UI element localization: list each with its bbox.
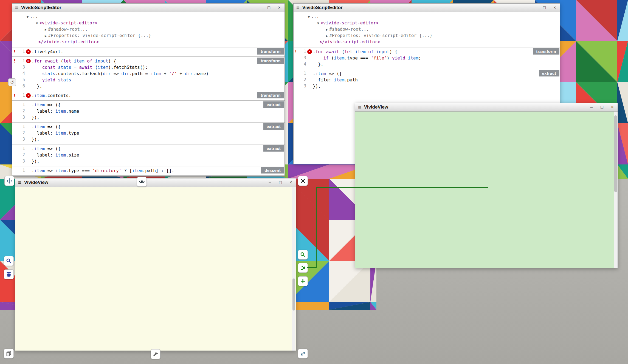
script-section-transform[interactable]: transform!1×.for await (let item of inpu…: [12, 56, 285, 91]
code-line[interactable]: }.: [32, 83, 42, 89]
tree-collapsed-icon[interactable]: ▶: [45, 34, 47, 38]
scrollbar-thumb[interactable]: [614, 115, 617, 192]
maximize-button[interactable]: □: [599, 105, 604, 109]
copy-icon[interactable]: [4, 349, 14, 359]
tree-expanded-icon[interactable]: ▼: [317, 21, 319, 25]
close-button[interactable]: ×: [610, 105, 615, 109]
tree-properties-row[interactable]: ▶#Properties: vivide-script-editor {...}: [12, 33, 285, 39]
script-section-extract[interactable]: extract1.item => ({2 label: item.size3})…: [12, 144, 285, 166]
maximize-button[interactable]: □: [266, 5, 271, 10]
script-section-extract[interactable]: extract1.item => ({2 label: item.type3})…: [12, 122, 285, 144]
code-line[interactable]: .item => ({: [32, 124, 61, 130]
script-section-extract[interactable]: extract1.item => ({2 label: item.name3})…: [12, 100, 285, 122]
code-row: 2 label: item.size: [12, 152, 285, 158]
window-vivide-script-editor-left[interactable]: ≡ VivideScriptEditor – □ × ▼... ▼<vivide…: [12, 3, 285, 177]
code-line[interactable]: const stats = await (item).fetchStats();: [32, 64, 148, 70]
code-line[interactable]: label: item.type: [32, 130, 79, 136]
script-section-transform[interactable]: transform!1×.lively4url.: [12, 47, 285, 56]
tree-collapsed-icon[interactable]: ▶: [45, 28, 47, 32]
maximize-button[interactable]: □: [278, 180, 283, 185]
tree-properties-row[interactable]: ▶#Properties: vivide-script-editor {...}: [294, 33, 560, 39]
code-line[interactable]: if (item.type === 'file') yield item;: [313, 55, 421, 61]
script-sections[interactable]: transform!1×.lively4url.transform!1×.for…: [12, 47, 285, 176]
script-editor-body[interactable]: ▼... ▼<vivide-script-editor> ▶#shadow-ro…: [12, 12, 285, 176]
code-line[interactable]: .item => ({: [32, 146, 61, 152]
code-line[interactable]: file: item.path: [313, 77, 358, 83]
code-line[interactable]: yield stats: [32, 77, 71, 83]
tree-shadow-root-row[interactable]: ▶#shadow-root...: [12, 26, 285, 33]
minimize-button[interactable]: –: [256, 5, 261, 10]
code-line[interactable]: stats.contents.forEach(dir => dir.path =…: [32, 70, 209, 77]
window-vivide-view-files[interactable]: ≡ VivideView – □ ×: [15, 178, 296, 351]
script-section-descent[interactable]: descent1.item => item.type === 'director…: [12, 166, 285, 175]
tree-close-tag-row[interactable]: </vivide-script-editor>: [294, 39, 560, 45]
file-list-body[interactable]: [15, 187, 296, 351]
code-line[interactable]: .item.contents.: [32, 92, 71, 99]
close-button[interactable]: ×: [277, 5, 282, 10]
tree-shadow-root-row[interactable]: ▶#shadow-root...: [294, 26, 560, 33]
minimize-button[interactable]: –: [267, 180, 272, 185]
wrench-icon[interactable]: [151, 349, 160, 359]
connect-target-icon[interactable]: [298, 263, 308, 273]
tree-open-tag-row[interactable]: ▼<vivide-script-editor>: [12, 20, 285, 26]
hamburger-menu-icon[interactable]: ≡: [18, 180, 21, 185]
script-sections[interactable]: transform!1×.for await (let item of inpu…: [294, 47, 560, 91]
tree-collapsed-icon[interactable]: ▶: [326, 34, 328, 38]
tree-close-tag-row[interactable]: </vivide-script-editor>: [12, 39, 285, 45]
code-line[interactable]: .for await (let item of input) {: [313, 49, 397, 55]
tree-close-tag: </vivide-script-editor>: [38, 39, 99, 44]
scrollbar[interactable]: [614, 112, 618, 268]
data-source-icon[interactable]: [4, 269, 14, 279]
search-icon[interactable]: [4, 256, 14, 266]
close-button[interactable]: ×: [288, 180, 293, 185]
script-section-transform[interactable]: transform!1×.for await (let item of inpu…: [294, 47, 560, 69]
scrollbar-thumb[interactable]: [292, 278, 295, 311]
minimize-button[interactable]: –: [589, 105, 594, 109]
window-vivide-view-code[interactable]: ≡ VivideView – □ ×: [355, 103, 618, 268]
titlebar[interactable]: ≡ VivideScriptEditor – □ ×: [12, 4, 285, 12]
code-line[interactable]: .item => ({: [32, 102, 61, 108]
tree-root-row[interactable]: ▼...: [294, 14, 560, 20]
code-line[interactable]: }).: [32, 136, 40, 143]
code-line[interactable]: label: item.name: [32, 108, 79, 114]
eye-icon[interactable]: [137, 177, 147, 187]
hamburger-menu-icon[interactable]: ≡: [15, 5, 18, 10]
tree-expanded-icon[interactable]: ▼: [36, 21, 38, 25]
code-line[interactable]: label: item.size: [32, 152, 79, 158]
scrollbar[interactable]: [292, 187, 295, 351]
script-section-transform[interactable]: transform!1×.item.contents.: [12, 91, 285, 100]
titlebar[interactable]: ≡ VivideView – □ ×: [355, 103, 618, 112]
titlebar[interactable]: ≡ VivideView – □ ×: [15, 178, 296, 187]
code-line[interactable]: }).: [32, 158, 40, 164]
tree-collapsed-icon[interactable]: ▶: [326, 28, 328, 32]
code-line[interactable]: .for await (let item of input) {: [32, 58, 116, 64]
maximize-button[interactable]: □: [542, 5, 547, 10]
undo-icon[interactable]: ↺: [8, 78, 16, 86]
tree-root-row[interactable]: ▼...: [12, 14, 285, 20]
code-line[interactable]: }).: [32, 114, 40, 121]
code-line[interactable]: }.: [313, 61, 323, 67]
code-line[interactable]: .item => ({: [313, 70, 342, 77]
gutter: 2: [294, 77, 313, 83]
stage-label-transform: transform: [257, 48, 284, 55]
close-halo-icon[interactable]: [298, 176, 308, 186]
close-button[interactable]: ×: [552, 5, 557, 10]
script-section-extract[interactable]: extract1.item => ({2 file: item.path3}).: [294, 69, 560, 91]
tree-open-tag-row[interactable]: ▼<vivide-script-editor>: [294, 20, 560, 26]
hamburger-menu-icon[interactable]: ≡: [296, 5, 300, 10]
move-icon[interactable]: [4, 176, 14, 186]
resize-icon[interactable]: [298, 349, 308, 359]
code-line[interactable]: }).: [313, 83, 321, 89]
hamburger-menu-icon[interactable]: ≡: [358, 104, 361, 110]
tree-expanded-icon[interactable]: ▼: [27, 15, 29, 19]
code-line[interactable]: .lively4url.: [32, 49, 63, 55]
titlebar[interactable]: ≡ VivideScriptEditor – □ ×: [294, 4, 560, 12]
line-number: 4: [298, 61, 306, 67]
add-icon[interactable]: [298, 276, 308, 286]
minimize-button[interactable]: –: [531, 5, 536, 10]
search-icon-green[interactable]: [298, 250, 308, 260]
code-view-body[interactable]: [355, 112, 618, 268]
code-line[interactable]: .item => item.type === 'directory' ? [it…: [32, 167, 174, 174]
line-number: 6: [17, 83, 25, 89]
tree-expanded-icon[interactable]: ▼: [308, 15, 310, 19]
